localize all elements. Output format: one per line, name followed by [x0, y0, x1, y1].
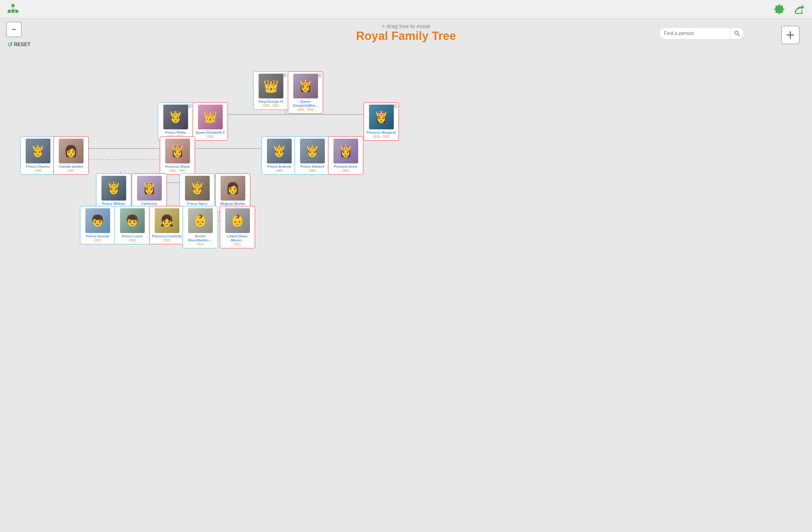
app-icon[interactable]	[6, 2, 20, 16]
reset-icon: ↺	[8, 41, 13, 48]
name-prince-george: Prince George	[86, 234, 109, 238]
photo-camilla-bowles: 👩	[59, 139, 84, 163]
toolbar	[0, 0, 812, 18]
person-card-princess-diana[interactable]: 👸 Princess Diana 1961 - 1997	[160, 136, 195, 175]
name-princess-diana: Princess Diana	[165, 164, 190, 169]
person-card-queen-elizabeth-mot[interactable]: ⋯ 👸 Queen Elizabeth(Mot... 1900 - 2002	[288, 71, 323, 114]
year-camilla-bowles: 1947	[68, 169, 74, 172]
person-card-archie[interactable]: 👶 Archie Mountbatten-... 2019	[183, 206, 218, 248]
name-queen-elizabeth-ii: Queen Elizabeth II	[195, 131, 225, 135]
year-princess-anne: 1950	[342, 169, 349, 172]
photo-prince-charles: 🤴	[26, 139, 50, 163]
name-prince-edward: Prince Edward	[300, 164, 324, 169]
photo-prince-philip: 🤴	[163, 105, 188, 129]
name-king-george-vi: King George VI	[259, 100, 283, 104]
name-camilla-bowles: Camilla bowles	[59, 164, 83, 169]
year-prince-edward: 1964	[309, 169, 316, 172]
person-card-prince-andrew[interactable]: 🤴 Prince Andrew 1960	[261, 136, 297, 175]
photo-catherine-middleton: 👸	[137, 176, 162, 201]
person-card-camilla-bowles[interactable]: 👩 Camilla bowles 1947	[53, 136, 89, 175]
person-card-prince-charles[interactable]: 🤴 Prince Charles 1948	[20, 136, 56, 175]
connectors-svg	[0, 18, 812, 532]
name-prince-charles: Prince Charles	[26, 164, 50, 169]
toolbar-left	[6, 2, 772, 16]
photo-archie: 👶	[188, 208, 213, 233]
left-controls: − ↺ RESET	[6, 21, 31, 49]
photo-princess-diana: 👸	[165, 139, 190, 163]
photo-prince-louis: 👦	[120, 208, 145, 233]
year-prince-charles: 1948	[34, 169, 41, 172]
zoom-out-label: −	[12, 25, 16, 34]
photo-princess-margaret: 👸	[369, 105, 394, 129]
person-card-princess-charlotte[interactable]: 👧 Princess Charlotte 2015	[149, 206, 185, 244]
toolbar-right	[772, 2, 806, 16]
name-archie: Archie Mountbatten-...	[185, 234, 216, 242]
name-queen-elizabeth-mot: Queen Elizabeth(Mot...	[290, 100, 321, 108]
year-queen-elizabeth-ii: 1926	[207, 135, 214, 138]
photo-prince-william: 🤴	[101, 176, 126, 201]
name-prince-andrew: Prince Andrew	[267, 164, 291, 169]
person-card-prince-philip[interactable]: ⋯ 🤴 Prince Philip 1921 - 2021	[158, 102, 193, 141]
photo-queen-elizabeth-mot: 👸	[293, 74, 318, 98]
name-prince-louis: Prince Louis	[122, 234, 142, 238]
year-archie: 2019	[197, 243, 204, 246]
photo-queen-elizabeth-ii: 👑	[198, 105, 223, 129]
person-card-king-george-vi[interactable]: ⋯ 👑 King George VI 1895 - 1952	[253, 71, 289, 110]
settings-icon[interactable]	[772, 2, 786, 16]
photo-prince-andrew: 🤴	[267, 139, 292, 163]
year-king-george-vi: 1895 - 1952	[263, 104, 279, 107]
year-princess-margaret: 1930 - 2002	[373, 135, 389, 138]
svg-rect-3	[15, 10, 18, 13]
name-princess-anne: Princess Anne	[334, 164, 357, 169]
photo-prince-edward: 🤴	[300, 139, 325, 163]
tree-canvas: ⋯ 👑 King George VI 1895 - 1952 ⋯ 👸 Queen…	[0, 18, 812, 532]
person-card-prince-george[interactable]: 👦 Prince George 2013	[80, 206, 115, 244]
photo-meghan-markle: 👩	[220, 176, 245, 201]
svg-rect-1	[8, 10, 11, 13]
name-prince-william: Prince William	[102, 202, 125, 206]
person-card-princess-anne[interactable]: 👸 Princess Anne 1950	[328, 136, 363, 175]
person-card-prince-louis[interactable]: 👦 Prince Louis 2018	[114, 206, 150, 244]
year-princess-charlotte: 2015	[163, 239, 170, 242]
reset-button[interactable]: ↺ RESET	[6, 40, 31, 49]
share-icon[interactable]	[792, 2, 806, 16]
year-prince-louis: 2018	[129, 239, 135, 242]
person-card-prince-edward[interactable]: 🤴 Prince Edward 1964	[294, 136, 330, 175]
photo-prince-george: 👦	[85, 208, 110, 233]
person-card-queen-elizabeth-ii[interactable]: 👑 Queen Elizabeth II 1926	[192, 102, 228, 141]
year-princess-diana: 1961 - 1997	[169, 169, 186, 172]
name-prince-philip: Prince Philip	[165, 131, 186, 135]
year-prince-andrew: 1960	[276, 169, 282, 172]
photo-king-george-vi: 👑	[259, 74, 284, 98]
photo-prince-harry: 🤴	[185, 176, 210, 201]
year-lilibet: 2021	[234, 243, 241, 246]
svg-rect-0	[12, 4, 15, 7]
name-princess-charlotte: Princess Charlotte	[152, 234, 182, 238]
photo-lilibet: 👶	[225, 208, 250, 233]
person-card-lilibet[interactable]: 👶 Lilibet Diana Mount... 2021	[220, 206, 255, 248]
photo-princess-charlotte: 👧	[155, 208, 179, 233]
name-meghan-markle: Meghan Markle	[220, 202, 245, 206]
name-lilibet: Lilibet Diana Mount...	[222, 234, 253, 242]
photo-princess-anne: 👸	[333, 139, 358, 163]
name-prince-harry: Prince Harry	[187, 202, 207, 206]
year-queen-elizabeth-mot: 1900 - 2002	[297, 108, 314, 111]
year-prince-george: 2013	[94, 239, 101, 242]
person-card-princess-margaret[interactable]: ⋯ 👸 Princess Margaret 1930 - 2002	[363, 102, 399, 141]
zoom-out-button[interactable]: −	[6, 21, 21, 37]
svg-rect-2	[12, 10, 15, 13]
name-princess-margaret: Princess Margaret	[366, 131, 396, 135]
reset-label: RESET	[14, 42, 30, 47]
